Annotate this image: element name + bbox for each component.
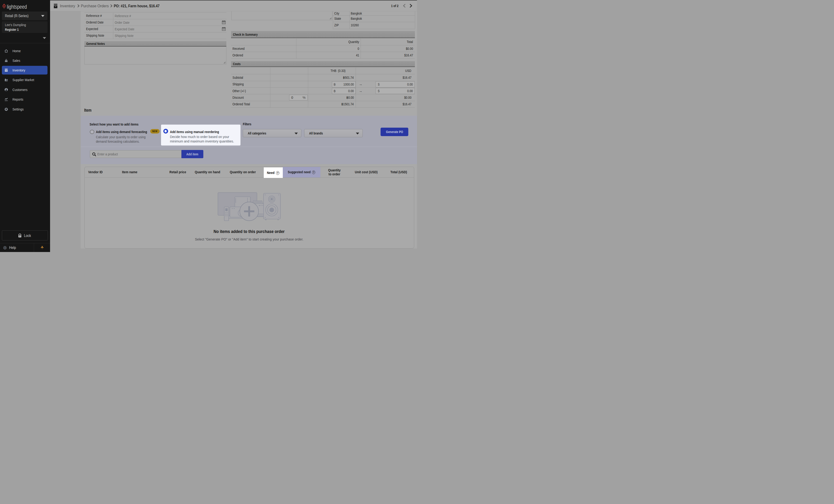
svg-text:?: ? <box>4 247 5 249</box>
